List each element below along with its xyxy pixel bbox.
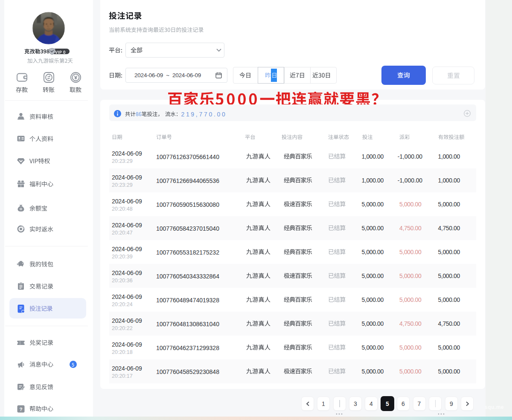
svg-text:?: ?: [19, 406, 22, 411]
